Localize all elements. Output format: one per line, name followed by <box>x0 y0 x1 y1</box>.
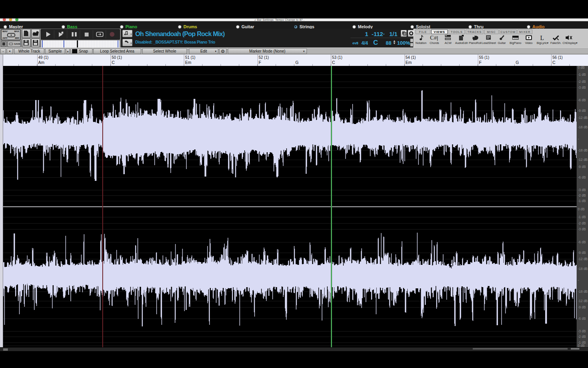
svg-text:#|: #| <box>434 35 438 41</box>
svg-text:L: L <box>540 35 544 41</box>
svg-text:C: C <box>430 35 434 41</box>
